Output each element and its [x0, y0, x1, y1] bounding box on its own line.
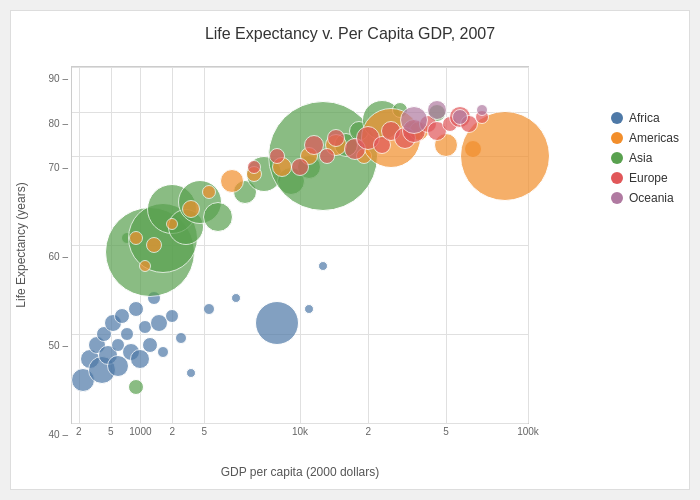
bubble: [269, 148, 285, 164]
bubble: [166, 218, 178, 230]
x-axis-label: GDP per capita (2000 dollars): [71, 465, 529, 479]
legend-item: Oceania: [611, 191, 679, 205]
bubble: [304, 304, 314, 314]
legend-item: Americas: [611, 131, 679, 145]
bubble: [291, 158, 309, 176]
grid-line-v: [204, 67, 205, 423]
legend-item: Africa: [611, 111, 679, 125]
bubble: [247, 160, 261, 174]
bubble: [175, 332, 187, 344]
legend-label: Europe: [629, 171, 668, 185]
bubble: [142, 337, 158, 353]
legend-dot: [611, 192, 623, 204]
legend-label: Asia: [629, 151, 652, 165]
x-tick-label: 1000: [129, 423, 151, 437]
bubble: [129, 231, 143, 245]
bubble: [400, 106, 428, 134]
bubble: [203, 303, 215, 315]
x-tick-label: 100k: [517, 423, 539, 437]
legend-dot: [611, 152, 623, 164]
x-tick-label: 2: [76, 423, 82, 437]
legend-dot: [611, 132, 623, 144]
bubble: [231, 293, 241, 303]
bubble: [165, 309, 179, 323]
bubble: [203, 202, 233, 232]
x-tick-label: 5: [201, 423, 207, 437]
y-tick-label: 80 –: [49, 117, 72, 128]
legend-dot: [611, 172, 623, 184]
bubble: [186, 368, 196, 378]
legend-label: Americas: [629, 131, 679, 145]
bubble: [255, 301, 299, 345]
bubble: [182, 200, 200, 218]
bubble: [427, 100, 447, 120]
y-tick-label: 50 –: [49, 340, 72, 351]
y-tick-label: 70 –: [49, 162, 72, 173]
legend-item: Asia: [611, 151, 679, 165]
bubble: [202, 185, 216, 199]
x-tick-label: 5: [443, 423, 449, 437]
bubble: [476, 104, 488, 116]
y-tick-label: 60 –: [49, 251, 72, 262]
bubble: [128, 301, 144, 317]
bubble: [327, 129, 345, 147]
x-tick-label: 10k: [292, 423, 308, 437]
legend: AfricaAmericasAsiaEuropeOceania: [611, 111, 679, 205]
y-axis-label: Life Expectancy (years): [11, 66, 31, 424]
x-tick-label: 5: [108, 423, 114, 437]
legend-dot: [611, 112, 623, 124]
x-tick-label: 2: [170, 423, 176, 437]
y-tick-label: 40 –: [49, 429, 72, 440]
bubble: [146, 237, 162, 253]
bubble: [128, 379, 144, 395]
legend-item: Europe: [611, 171, 679, 185]
legend-label: Africa: [629, 111, 660, 125]
legend-label: Oceania: [629, 191, 674, 205]
bubble: [120, 327, 134, 341]
bubble: [139, 260, 151, 272]
x-tick-label: 2: [366, 423, 372, 437]
bubble: [220, 169, 244, 193]
bubble: [319, 148, 335, 164]
chart-area: 40 –50 –60 –70 –80 –90 –2510002510k25100…: [71, 66, 529, 424]
bubble: [157, 346, 169, 358]
bubble: [452, 109, 468, 125]
chart-title: Life Expectancy v. Per Capita GDP, 2007: [11, 11, 689, 51]
chart-container: Life Expectancy v. Per Capita GDP, 2007 …: [10, 10, 690, 490]
y-tick-label: 90 –: [49, 73, 72, 84]
bubble: [318, 261, 328, 271]
